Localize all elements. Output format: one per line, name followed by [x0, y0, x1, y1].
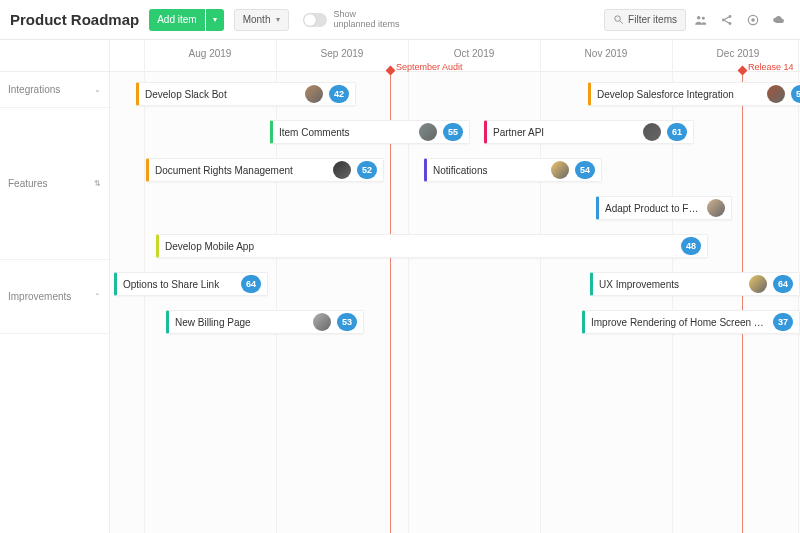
chevron-down-icon[interactable]: ⌄ — [94, 85, 101, 94]
roadmap-card[interactable]: New Billing Page53 — [166, 310, 364, 334]
gear-icon — [746, 13, 760, 27]
roadmap-card[interactable]: Partner API61 — [484, 120, 694, 144]
svg-line-8 — [725, 20, 729, 22]
sidebar-group[interactable]: Integrations⌄ — [0, 72, 109, 108]
card-title: New Billing Page — [175, 317, 307, 328]
avatar[interactable] — [707, 199, 725, 217]
timeline-canvas[interactable]: September AuditRelease 14Develop Slack B… — [110, 72, 800, 533]
roadmap-card[interactable]: Develop Slack Bot42 — [136, 82, 356, 106]
roadmap-card[interactable]: Options to Share Link64 — [114, 272, 268, 296]
card-title: Document Rights Management — [155, 165, 327, 176]
timescale-select[interactable]: Month ▾ — [234, 9, 290, 31]
card-title: Develop Salesforce Integration — [597, 89, 761, 100]
avatar[interactable] — [643, 123, 661, 141]
card-title: Notifications — [433, 165, 545, 176]
roadmap-card[interactable]: Develop Salesforce Integration58 — [588, 82, 800, 106]
roadmap-card[interactable]: Item Comments55 — [270, 120, 470, 144]
sidebar-group[interactable]: Improvements⌃ — [0, 260, 109, 334]
svg-point-3 — [702, 16, 705, 19]
score-badge: 48 — [681, 237, 701, 255]
sidebar-group[interactable]: Features⇅ — [0, 108, 109, 260]
chevron-down-icon: ▾ — [276, 15, 280, 24]
filter-label: Filter items — [628, 14, 677, 25]
score-badge: 61 — [667, 123, 687, 141]
card-title: Develop Mobile App — [165, 241, 675, 252]
roadmap-card[interactable]: Develop Mobile App48 — [156, 234, 708, 258]
roadmap-card[interactable]: Document Rights Management52 — [146, 158, 384, 182]
milestone-label: September Audit — [396, 62, 463, 72]
avatar[interactable] — [333, 161, 351, 179]
chevron-down-icon: ▾ — [213, 15, 217, 24]
timeline-month-label: Oct 2019 — [454, 48, 495, 59]
card-title: UX Improvements — [599, 279, 743, 290]
people-icon-button[interactable] — [690, 9, 712, 31]
timeline-month-label: Sep 2019 — [321, 48, 364, 59]
score-badge: 53 — [337, 313, 357, 331]
timeline-month-label: Aug 2019 — [189, 48, 232, 59]
toggle-knob — [304, 14, 316, 26]
card-title: Improve Rendering of Home Screen Buttons… — [591, 317, 767, 328]
settings-icon-button[interactable] — [742, 9, 764, 31]
chevron-up-icon[interactable]: ⌃ — [94, 292, 101, 301]
card-title: Develop Slack Bot — [145, 89, 299, 100]
timeline-month-label: Dec 2019 — [717, 48, 760, 59]
filter-items-button[interactable]: Filter items — [604, 9, 686, 31]
card-title: Options to Share Link — [123, 279, 235, 290]
group-label: Features — [8, 178, 47, 189]
roadmap-card[interactable]: Improve Rendering of Home Screen Buttons… — [582, 310, 800, 334]
milestone-line[interactable]: Release 14 — [742, 72, 743, 533]
score-badge: 64 — [241, 275, 261, 293]
svg-line-1 — [620, 21, 623, 24]
show-unplanned-toggle-group: Show unplanned items — [303, 10, 399, 30]
add-item-dropdown-button[interactable]: ▾ — [206, 9, 224, 31]
add-item-button[interactable]: Add item — [149, 9, 204, 31]
sidebar: Integrations⌄Features⇅Improvements⌃ — [0, 40, 110, 533]
roadmap-card[interactable]: Adapt Product to French Market — [596, 196, 732, 220]
avatar[interactable] — [305, 85, 323, 103]
group-label: Integrations — [8, 84, 60, 95]
people-icon — [694, 13, 708, 27]
roadmap-card[interactable]: Notifications54 — [424, 158, 602, 182]
score-badge: 55 — [443, 123, 463, 141]
score-badge: 54 — [575, 161, 595, 179]
show-unplanned-toggle[interactable] — [303, 13, 327, 27]
card-title: Item Comments — [279, 127, 413, 138]
svg-point-2 — [697, 15, 701, 18]
score-badge: 42 — [329, 85, 349, 103]
group-label: Improvements — [8, 291, 71, 302]
toolbar: Product Roadmap Add item ▾ Month ▾ Show … — [0, 0, 800, 40]
sidebar-header-gap — [0, 40, 109, 72]
avatar[interactable] — [419, 123, 437, 141]
avatar[interactable] — [313, 313, 331, 331]
share-icon-button[interactable] — [716, 9, 738, 31]
milestone-label: Release 14 — [748, 62, 794, 72]
search-icon — [613, 14, 624, 25]
card-title: Adapt Product to French Market — [605, 203, 701, 214]
avatar[interactable] — [749, 275, 767, 293]
roadmap-body: Integrations⌄Features⇅Improvements⌃ Aug … — [0, 40, 800, 533]
avatar[interactable] — [551, 161, 569, 179]
timeline[interactable]: Aug 2019Sep 2019Oct 2019Nov 2019Dec 2019… — [110, 40, 800, 533]
score-badge: 64 — [773, 275, 793, 293]
roadmap-card[interactable]: UX Improvements64 — [590, 272, 800, 296]
svg-point-0 — [615, 16, 621, 22]
timeline-month-label: Nov 2019 — [585, 48, 628, 59]
score-badge: 52 — [357, 161, 377, 179]
score-badge: 37 — [773, 313, 793, 331]
cloud-download-icon — [772, 13, 786, 27]
card-title: Partner API — [493, 127, 637, 138]
sort-icon[interactable]: ⇅ — [94, 179, 101, 188]
cloud-icon-button[interactable] — [768, 9, 790, 31]
timescale-label: Month — [243, 14, 271, 25]
avatar[interactable] — [767, 85, 785, 103]
page-title: Product Roadmap — [10, 11, 139, 28]
share-icon — [720, 13, 734, 27]
svg-point-10 — [751, 18, 755, 22]
show-unplanned-label: Show unplanned items — [333, 10, 399, 30]
svg-line-7 — [725, 17, 729, 19]
score-badge: 58 — [791, 85, 800, 103]
